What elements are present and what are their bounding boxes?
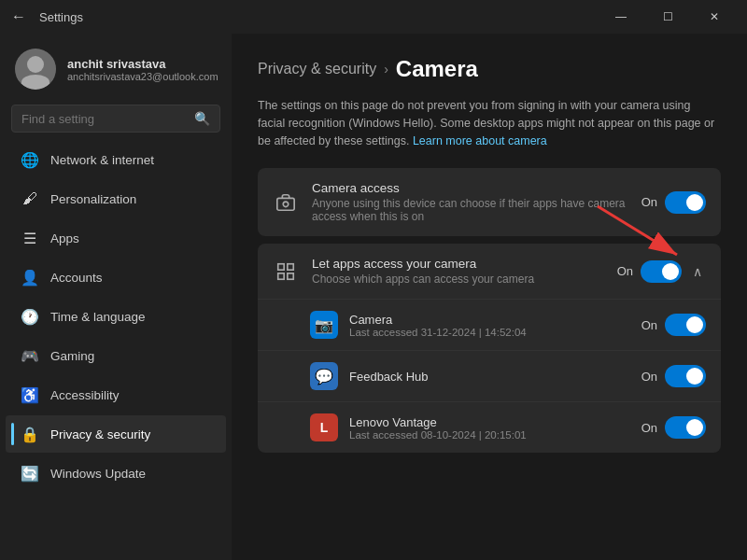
svg-rect-7 [288,273,293,279]
sidebar-item-privacy[interactable]: 🔒 Privacy & security [6,415,226,453]
feedback-app-text: Feedback Hub [349,370,630,384]
accounts-icon: 👤 [21,268,39,287]
camera-access-card: Camera access Anyone using this device c… [258,168,721,236]
feedback-app-icon: 💬 [310,362,338,390]
svg-rect-4 [278,264,284,270]
apps-icon: ☰ [21,229,39,247]
app-row-camera: 📷 Camera Last accessed 31-12-2024 | 14:5… [258,299,721,350]
let-apps-icon [273,259,299,285]
feedback-app-toggle[interactable] [665,365,706,387]
windows-update-icon: 🔄 [21,464,39,483]
breadcrumb-arrow: › [384,62,388,77]
lenovo-app-text: Lenovo Vantage Last accessed 08-10-2024 … [349,415,630,441]
camera-app-text: Camera Last accessed 31-12-2024 | 14:52:… [349,313,630,338]
titlebar-controls: — ☐ ✕ [599,0,736,34]
close-button[interactable]: ✕ [693,0,736,34]
lenovo-app-name: Lenovo Vantage [349,415,630,429]
sidebar-item-network[interactable]: 🌐 Network & internet [6,141,226,178]
let-apps-row: Let apps access your camera Choose which… [258,244,721,299]
sidebar-item-accessibility-label: Accessibility [50,388,120,402]
camera-app-control: On [641,314,706,336]
lenovo-app-status: On [641,421,657,435]
let-apps-status: On [617,264,633,278]
titlebar: ← Settings — ☐ ✕ [0,0,747,34]
network-icon: 🌐 [21,150,39,169]
main-content: Privacy & security › Camera The settings… [232,34,747,560]
camera-app-accessed: Last accessed 31-12-2024 | 14:52:04 [349,327,630,338]
svg-rect-6 [278,273,284,279]
camera-access-status: On [641,195,657,209]
let-apps-control: On ∧ [617,260,706,283]
sidebar: anchit srivastava anchitsrivastava23@out… [0,34,232,560]
svg-rect-5 [288,264,293,270]
let-apps-toggle[interactable] [641,260,682,283]
lenovo-app-control: On [641,416,706,439]
time-icon: 🕐 [21,307,39,326]
camera-app-name: Camera [349,313,630,327]
search-icon: 🔍 [194,111,210,126]
personalization-icon: 🖌 [21,189,39,208]
sidebar-item-apps-label: Apps [50,231,79,245]
sidebar-item-apps[interactable]: ☰ Apps [6,219,226,257]
app-row-lenovo: L Lenovo Vantage Last accessed 08-10-202… [258,401,721,453]
camera-setting-icon [273,189,299,216]
sidebar-item-gaming-label: Gaming [50,349,94,363]
back-button[interactable]: ← [11,8,26,25]
sidebar-item-privacy-label: Privacy & security [50,427,150,441]
privacy-icon: 🔒 [21,425,39,443]
camera-access-text: Camera access Anyone using this device c… [312,181,628,223]
feedback-app-status: On [641,370,657,384]
search-input[interactable] [21,112,194,126]
feedback-app-control: On [641,365,706,387]
learn-more-link[interactable]: Learn more about camera [413,134,547,147]
breadcrumb: Privacy & security › Camera [258,56,721,82]
svg-point-3 [283,202,289,207]
maximize-button[interactable]: ☐ [646,0,689,34]
camera-access-subtitle: Anyone using this device can choose if t… [312,197,628,223]
titlebar-title: Settings [39,10,83,24]
sidebar-item-windows-update-label: Windows Update [50,467,146,481]
page-description: The settings on this page do not prevent… [258,97,721,149]
svg-rect-2 [277,198,294,210]
user-profile[interactable]: anchit srivastava anchitsrivastava23@out… [0,34,232,101]
camera-access-row: Camera access Anyone using this device c… [258,168,721,236]
app-container: anchit srivastava anchitsrivastava23@out… [0,34,747,560]
search-box[interactable]: 🔍 [11,105,220,133]
sidebar-item-personalization-label: Personalization [50,192,136,206]
let-apps-card: Let apps access your camera Choose which… [258,244,721,453]
camera-access-toggle[interactable] [665,191,706,214]
lenovo-app-accessed: Last accessed 08-10-2024 | 20:15:01 [349,429,630,441]
user-name: anchit srivastava [67,57,218,71]
let-apps-text: Let apps access your camera Choose which… [312,257,604,286]
breadcrumb-current: Camera [396,56,478,82]
avatar [15,49,56,90]
sidebar-item-network-label: Network & internet [50,153,154,167]
camera-access-control: On [641,191,706,214]
sidebar-item-gaming[interactable]: 🎮 Gaming [6,337,226,374]
lenovo-app-toggle[interactable] [665,416,706,439]
breadcrumb-parent[interactable]: Privacy & security [258,61,376,77]
accessibility-icon: ♿ [21,385,39,404]
camera-access-title: Camera access [312,181,628,195]
let-apps-collapse[interactable]: ∧ [689,260,706,283]
sidebar-item-personalization[interactable]: 🖌 Personalization [6,180,226,217]
sidebar-item-accounts-label: Accounts [50,271,103,285]
app-row-feedback: 💬 Feedback Hub On [258,350,721,401]
camera-app-icon: 📷 [310,311,338,339]
camera-app-toggle[interactable] [665,314,706,336]
sidebar-item-windows-update[interactable]: 🔄 Windows Update [6,455,226,492]
sidebar-item-time-label: Time & language [50,310,146,324]
feedback-app-name: Feedback Hub [349,370,630,384]
sidebar-item-accounts[interactable]: 👤 Accounts [6,259,226,296]
let-apps-subtitle: Choose which apps can access your camera [312,273,604,286]
sidebar-item-time[interactable]: 🕐 Time & language [6,298,226,335]
lenovo-app-icon: L [310,413,338,441]
sidebar-item-accessibility[interactable]: ♿ Accessibility [6,376,226,413]
user-email: anchitsrivastava23@outlook.com [67,71,218,82]
camera-app-status: On [641,318,657,332]
minimize-button[interactable]: — [599,0,642,34]
titlebar-left: ← Settings [11,8,83,25]
user-info: anchit srivastava anchitsrivastava23@out… [67,57,218,82]
gaming-icon: 🎮 [21,346,39,365]
let-apps-title: Let apps access your camera [312,257,604,271]
